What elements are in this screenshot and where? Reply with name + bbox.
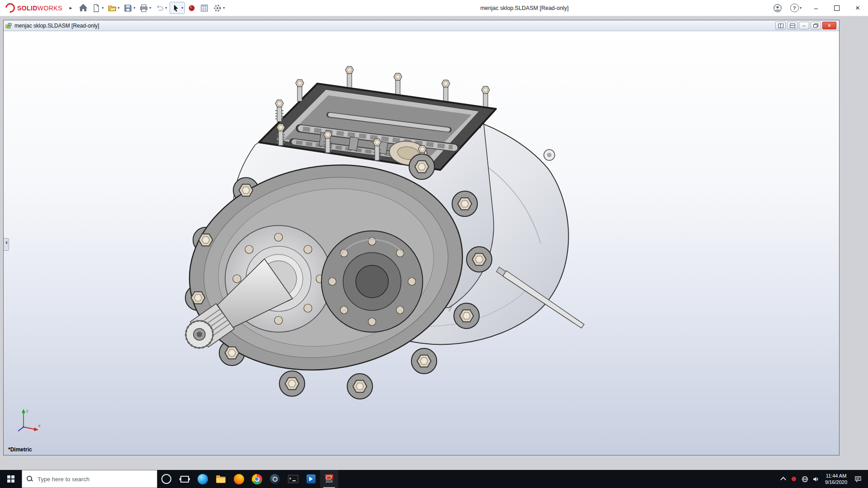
x-axis-label: x (38, 423, 41, 428)
edge-button[interactable] (193, 470, 212, 488)
3ds-logo-icon (4, 1, 17, 15)
graphics-viewport[interactable]: y x *Dimetric (4, 31, 839, 455)
tray-red-icon (791, 476, 797, 482)
select-cursor-icon (171, 4, 180, 13)
open-folder-icon (108, 4, 117, 13)
doc-restore-button[interactable] (811, 22, 821, 29)
x-axis-arrow (34, 427, 38, 431)
save-icon (123, 4, 132, 13)
expand-menu-arrow-icon[interactable]: ▸ (66, 5, 76, 11)
titlebar-right-controls: ? ▾ – × (769, 0, 868, 16)
save-button[interactable]: ▾ (122, 2, 137, 14)
document-window-controls: – × (774, 22, 837, 29)
print-icon (139, 4, 148, 13)
solidworks-taskbar-button[interactable]: 2020 (320, 470, 338, 488)
dropdown-arrow-icon[interactable]: ▾ (133, 6, 135, 10)
chrome-button[interactable] (248, 470, 266, 488)
search-input[interactable] (37, 475, 152, 483)
clock-date: 9/16/2020 (825, 479, 847, 485)
brand-text: SOLIDWORKS (17, 4, 62, 12)
undo-icon (155, 4, 164, 13)
dropdown-arrow-icon[interactable]: ▾ (118, 6, 119, 10)
dropdown-arrow-icon[interactable]: ▾ (223, 6, 225, 10)
task-view-icon (180, 476, 189, 483)
volume-button[interactable] (810, 476, 821, 483)
home-button[interactable] (77, 2, 89, 14)
print-button[interactable]: ▾ (138, 2, 152, 14)
command-prompt-icon (288, 475, 298, 483)
z-axis (18, 427, 24, 431)
start-icon (7, 475, 14, 483)
close-button[interactable]: × (847, 0, 868, 16)
tile-vertical-icon (778, 23, 783, 28)
solidworks-year-label: 2020 (326, 480, 333, 483)
dropdown-arrow-icon[interactable]: ▾ (149, 6, 151, 10)
media-player-icon (307, 474, 316, 483)
gearbox-3d-model[interactable] (4, 31, 839, 455)
action-center-button[interactable] (851, 475, 865, 483)
select-tool-button[interactable]: ▾ (170, 2, 185, 14)
account-button[interactable] (769, 0, 786, 16)
close-icon: × (828, 23, 830, 28)
cortana-button[interactable] (157, 470, 175, 488)
system-tray: 11:44 AM 9/16/2020 (778, 470, 868, 488)
solidworks-taskbar-icon: 2020 (325, 474, 333, 483)
open-button[interactable]: ▾ (106, 2, 121, 14)
media-player-button[interactable] (302, 470, 320, 488)
close-icon: × (855, 4, 860, 13)
red-sphere-button[interactable] (186, 2, 197, 14)
taskbar-search[interactable] (22, 470, 157, 488)
network-icon (802, 476, 808, 483)
undo-button[interactable]: ▾ (154, 2, 168, 14)
y-axis-label: y (26, 408, 28, 413)
tray-red-status[interactable] (788, 476, 799, 482)
y-axis-arrow (22, 409, 25, 413)
taskbar-clock[interactable]: 11:44 AM 9/16/2020 (821, 473, 851, 485)
options-button[interactable]: ▾ (212, 2, 226, 14)
dropdown-arrow-icon[interactable]: ▾ (181, 6, 183, 10)
spreadsheet-button[interactable] (198, 2, 210, 14)
doc-close-button[interactable]: × (822, 22, 836, 29)
document-window: menjac sklop.SLDASM [Read-only] – × (3, 20, 840, 455)
firefox-icon (234, 474, 244, 484)
minimize-button[interactable]: – (806, 0, 826, 16)
document-titlebar[interactable]: menjac sklop.SLDASM [Read-only] – × (4, 20, 839, 31)
network-button[interactable] (799, 476, 810, 483)
new-document-button[interactable]: ▾ (90, 2, 105, 14)
new-document-icon (92, 4, 101, 13)
assembly-doc-icon (5, 22, 12, 29)
view-orientation-label: *Dimetric (8, 446, 32, 453)
steam-icon (270, 474, 280, 484)
windows-taskbar: 2020 11:44 AM 9/16/2020 (0, 470, 868, 488)
round-side-cover[interactable] (321, 231, 423, 332)
doc-minimize-button[interactable]: – (799, 22, 809, 29)
search-icon (27, 476, 33, 482)
command-prompt-button[interactable] (284, 470, 302, 488)
action-center-icon (854, 475, 862, 483)
show-hidden-icons-button[interactable] (778, 476, 788, 482)
dropdown-arrow-icon[interactable]: ▾ (165, 6, 167, 10)
task-view-button[interactable] (175, 470, 193, 488)
file-explorer-button[interactable] (212, 470, 230, 488)
tile-horizontal-button[interactable] (787, 22, 797, 29)
options-gear-icon (213, 4, 222, 13)
quick-access-toolbar: ▾ ▾ ▾ ▾ ▾ ▾ ▾ (77, 2, 226, 14)
help-button[interactable]: ? ▾ (786, 0, 806, 16)
minimize-icon: – (802, 23, 805, 28)
tile-horizontal-icon (790, 23, 795, 28)
dropdown-arrow-icon[interactable]: ▾ (102, 6, 104, 10)
panel-collapse-handle[interactable] (4, 238, 9, 251)
tray-chevron-icon (780, 477, 786, 483)
document-title: menjac sklop.SLDASM [Read-only] (14, 23, 99, 29)
maximize-button[interactable] (826, 0, 847, 16)
firefox-button[interactable] (230, 470, 248, 488)
app-titlebar: SOLIDWORKS ▸ ▾ ▾ ▾ ▾ ▾ ▾ (0, 0, 868, 16)
help-icon: ? (790, 4, 799, 12)
dropdown-arrow-icon[interactable]: ▾ (800, 6, 802, 10)
steam-button[interactable] (266, 470, 284, 488)
cortana-icon (161, 474, 171, 484)
spreadsheet-icon (200, 4, 209, 13)
start-button[interactable] (0, 470, 22, 488)
tile-vertical-button[interactable] (775, 22, 786, 29)
orientation-triad[interactable]: y x (14, 407, 42, 434)
